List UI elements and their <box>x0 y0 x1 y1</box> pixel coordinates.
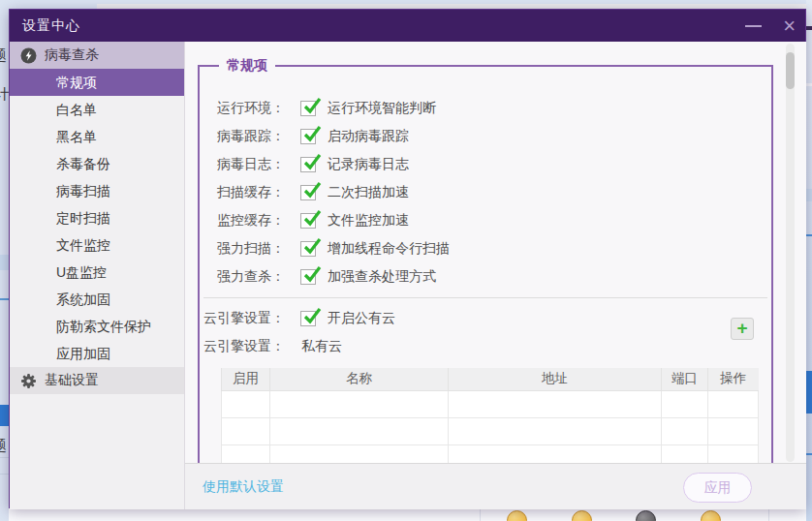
cloud-settings: 云引擎设置： 开启公有云 云引擎设置： 私有云 + <box>200 304 771 360</box>
checkbox-checked[interactable] <box>300 101 316 116</box>
option-description: 加强查杀处理方式 <box>328 268 436 286</box>
background-selected-bar <box>0 405 9 426</box>
background-emoji-strip <box>9 508 806 521</box>
sidebar-item[interactable]: U盘监控 <box>10 259 184 286</box>
private-cloud-table: 启用名称地址端口操作 <box>221 368 759 463</box>
close-icon[interactable]: × <box>783 15 796 37</box>
checkbox-checked[interactable] <box>300 129 316 144</box>
apply-button[interactable]: 应用 <box>683 473 752 503</box>
background-selected-bar <box>806 371 812 414</box>
scrollbar-track[interactable] <box>786 44 795 462</box>
use-default-settings-link[interactable]: 使用默认设置 <box>203 478 284 496</box>
cell-address <box>449 444 662 463</box>
sidebar-item[interactable]: 常规项 <box>10 69 184 96</box>
cell-name <box>270 390 449 417</box>
option-label: 强力扫描： <box>200 240 285 258</box>
add-private-cloud-button[interactable]: + <box>731 318 754 340</box>
sidebar-section-label: 基础设置 <box>45 372 99 389</box>
background-list-bar <box>0 255 9 270</box>
option-row: 运行环境： 运行环境智能判断 <box>200 94 771 122</box>
option-row: 病毒日志： 记录病毒日志 <box>200 150 771 178</box>
cell-port <box>662 417 708 444</box>
sidebar-item[interactable]: 定时扫描 <box>10 204 184 231</box>
option-value: 私有云 <box>301 338 342 355</box>
cell-enable <box>222 390 270 417</box>
emoji-icon <box>572 510 592 521</box>
checkbox-checked[interactable] <box>300 157 316 172</box>
sidebar-item[interactable]: 杀毒备份 <box>10 150 184 177</box>
section-divider <box>203 297 767 298</box>
background-line <box>0 474 9 475</box>
option-label: 监控缓存： <box>200 212 285 230</box>
checkbox-checked[interactable] <box>300 185 316 200</box>
option-description: 增加线程命令行扫描 <box>328 240 450 258</box>
option-row: 扫描缓存： 二次扫描加速 <box>200 178 771 206</box>
cell-address <box>449 390 662 417</box>
sidebar-item[interactable]: 文件监控 <box>10 231 184 259</box>
background-line <box>0 457 9 458</box>
option-label: 云引擎设置： <box>200 338 285 355</box>
cell-name <box>270 417 449 444</box>
background-line <box>806 453 812 455</box>
cell-enable <box>222 444 270 463</box>
checkbox-checked[interactable] <box>300 269 316 285</box>
sidebar-item[interactable]: 黑名单 <box>10 123 184 150</box>
checkbox-checked[interactable] <box>300 311 316 326</box>
table-row <box>222 444 759 463</box>
cell-operation <box>708 444 759 463</box>
option-description: 启动病毒跟踪 <box>328 128 409 145</box>
option-label: 病毒日志： <box>200 156 285 173</box>
background-divider <box>480 508 481 521</box>
cell-name <box>270 444 449 463</box>
option-label: 扫描缓存： <box>200 184 285 201</box>
emoji-icon <box>636 510 656 521</box>
cloud-private-row: 云引擎设置： 私有云 <box>200 332 771 360</box>
option-row: 强力查杀： 加强查杀处理方式 <box>200 262 771 291</box>
option-label: 强力查杀： <box>200 268 285 286</box>
emoji-icon <box>507 510 527 521</box>
table-header-cell: 地址 <box>449 368 662 390</box>
table-row <box>222 390 759 417</box>
cloud-public-row: 云引擎设置： 开启公有云 <box>200 304 771 332</box>
sidebar-item[interactable]: 病毒扫描 <box>10 177 184 204</box>
sidebar-item[interactable]: 应用加固 <box>10 340 184 367</box>
cell-port <box>662 390 708 417</box>
option-row: 强力扫描： 增加线程命令行扫描 <box>200 234 771 262</box>
sidebar-section-virus-scan[interactable]: 病毒查杀 <box>10 42 184 69</box>
titlebar[interactable]: 设置中心 × <box>10 10 805 42</box>
sidebar-item-list: 常规项 白名单 黑名单 杀毒备份 病毒扫描 定时扫描 文件监控 U盘监控 系统加… <box>10 69 184 367</box>
window-title: 设置中心 <box>22 17 80 35</box>
scrollbar-thumb[interactable] <box>786 52 795 89</box>
option-label: 运行环境： <box>200 100 285 117</box>
background-text-fragment: 题 <box>0 46 7 65</box>
option-description: 二次扫描加速 <box>328 184 409 201</box>
option-row: 病毒跟踪： 启动病毒跟踪 <box>200 122 771 150</box>
option-label: 云引擎设置： <box>200 310 285 327</box>
minimize-icon[interactable] <box>745 25 762 27</box>
sidebar-item[interactable]: 系统加固 <box>10 286 184 313</box>
table-body <box>222 390 759 463</box>
cell-operation <box>708 417 759 444</box>
table-header-cell: 启用 <box>222 368 270 390</box>
settings-window: 设置中心 × 病毒查杀 常规项 白名单 黑名单 杀毒备份 病毒扫描 <box>9 9 806 508</box>
table-header-cell: 操作 <box>708 368 759 390</box>
sidebar-section-basic-settings[interactable]: 基础设置 <box>10 367 184 394</box>
sidebar-section-label: 病毒查杀 <box>45 46 99 64</box>
option-row: 监控缓存： 文件监控加速 <box>200 206 771 234</box>
background-left-sliver: 题 计 题 <box>0 0 9 521</box>
table-row <box>222 417 759 444</box>
table-header-cell: 端口 <box>662 368 708 390</box>
sidebar-item[interactable]: 防勒索文件保护 <box>10 313 184 340</box>
emoji-icon <box>701 510 721 521</box>
settings-main-panel: 常规项 运行环境： 运行环境智能判断 病毒跟踪： <box>185 42 806 509</box>
cell-enable <box>222 417 270 444</box>
checkbox-checked[interactable] <box>300 241 316 257</box>
background-line <box>806 26 812 30</box>
background-text-fragment: 计 <box>0 85 9 104</box>
cell-address <box>449 417 662 444</box>
sidebar-item[interactable]: 白名单 <box>10 96 184 123</box>
option-description: 记录病毒日志 <box>328 156 409 173</box>
checkbox-checked[interactable] <box>300 213 316 229</box>
background-line <box>806 234 812 236</box>
table-header-cell: 名称 <box>270 368 449 390</box>
